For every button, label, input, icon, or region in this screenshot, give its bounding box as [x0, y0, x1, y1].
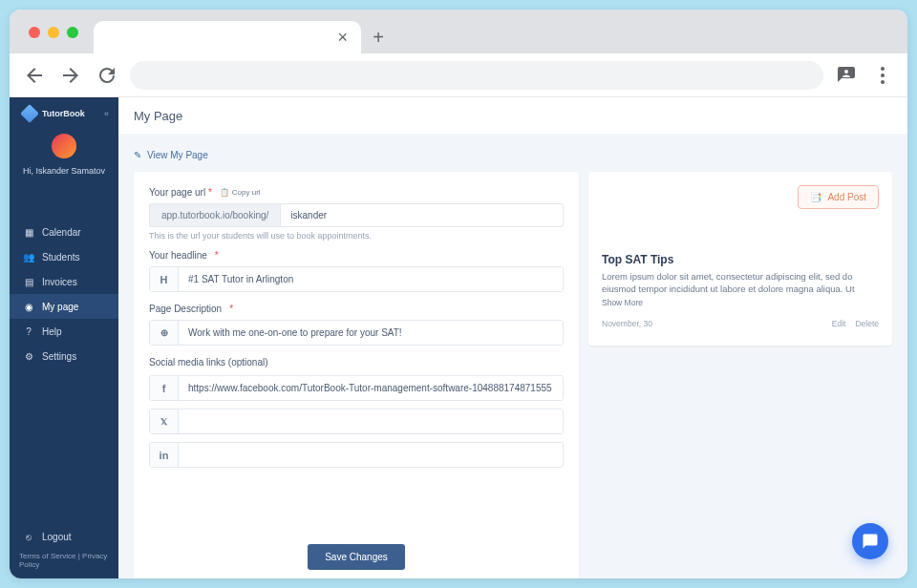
url-hint: This is the url your students will use t… [149, 231, 564, 241]
gear-icon: ⚙ [23, 350, 34, 362]
close-tab-icon[interactable]: × [337, 28, 348, 48]
page-url-input[interactable] [280, 203, 564, 227]
sidebar-item-label: My page [42, 302, 78, 312]
page-url-label: Your page url * 📋 Copy url [149, 187, 564, 198]
description-label: Page Description * [149, 304, 564, 314]
facebook-icon: f [150, 376, 179, 400]
arrow-left-icon [23, 64, 46, 87]
help-icon: ? [23, 326, 34, 337]
headline-input[interactable] [179, 267, 563, 291]
chat-widget-button[interactable] [852, 523, 888, 559]
logout-button[interactable]: ⎋ Logout [10, 521, 118, 552]
logout-label: Logout [42, 532, 72, 542]
add-post-button[interactable]: 📑 Add Post [798, 185, 879, 209]
main-content: My Page ✎ View My Page Your page url * 📋… [118, 97, 907, 578]
sidebar-item-label: Settings [42, 351, 76, 362]
delete-post-link[interactable]: Delete [855, 319, 879, 328]
sidebar-item-calendar[interactable]: ▦ Calendar [10, 220, 118, 244]
show-more-link[interactable]: Show More [602, 298, 879, 307]
sidebar-item-invoices[interactable]: ▤ Invoices [10, 269, 118, 294]
linkedin-icon: in [150, 443, 179, 467]
twitter-input[interactable] [179, 410, 563, 433]
heading-icon: H [150, 267, 179, 291]
page-settings-panel: Your page url * 📋 Copy url app.tutorbook… [134, 172, 579, 578]
sidebar-item-label: Help [42, 326, 62, 337]
url-prefix: app.tutorbook.io/booking/ [149, 203, 280, 227]
svg-point-1 [881, 74, 885, 77]
social-links-label: Social media links (optional) [149, 357, 564, 368]
window-controls [21, 27, 86, 53]
copy-icon: 📋 [220, 188, 229, 197]
svg-point-2 [881, 80, 885, 84]
edit-post-link[interactable]: Edit [832, 319, 846, 328]
address-bar[interactable] [130, 61, 823, 90]
reload-button[interactable] [94, 62, 120, 89]
brand-logo-icon [20, 104, 39, 123]
post-body: Lorem ipsum dolor sit amet, consectetur … [602, 270, 879, 296]
post-title: Top SAT Tips [602, 253, 879, 266]
new-tab-button[interactable]: + [361, 21, 395, 53]
sidebar-item-label: Students [42, 252, 79, 262]
sidebar-nav: ▦ Calendar 👥 Students ▤ Invoices ◉ My pa… [10, 220, 118, 368]
reload-icon [96, 64, 118, 87]
students-icon: 👥 [23, 251, 34, 262]
kebab-icon [871, 64, 894, 87]
linkedin-input[interactable] [179, 443, 563, 467]
account-icon [835, 64, 858, 87]
avatar[interactable] [52, 134, 76, 158]
posts-panel: 📑 Add Post Top SAT Tips Lorem ipsum dolo… [588, 172, 892, 346]
arrow-right-icon [59, 64, 82, 87]
description-input[interactable] [179, 321, 563, 345]
post-date: November, 30 [602, 319, 652, 328]
calendar-icon: ▦ [23, 226, 34, 238]
greeting-text: Hi, Iskander Samatov [23, 166, 105, 176]
chat-icon [862, 533, 879, 550]
sidebar-item-students[interactable]: 👥 Students [10, 244, 118, 269]
facebook-input[interactable] [179, 376, 563, 400]
sidebar: TutorBook « Hi, Iskander Samatov ▦ Calen… [10, 97, 118, 578]
add-post-icon: 📑 [810, 192, 821, 202]
sidebar-item-label: Calendar [42, 227, 81, 238]
brand-name: TutorBook [42, 109, 85, 118]
account-button[interactable] [833, 62, 860, 89]
logout-icon: ⎋ [23, 531, 34, 542]
sidebar-item-help[interactable]: ? Help [10, 319, 118, 344]
copy-url-button[interactable]: 📋 Copy url [220, 188, 261, 197]
sidebar-item-my-page[interactable]: ◉ My page [10, 294, 118, 319]
browser-tab[interactable]: × [94, 21, 361, 53]
browser-tab-bar: × + [10, 10, 907, 53]
external-link-icon: ✎ [134, 150, 141, 160]
browser-toolbar [10, 53, 907, 97]
post-item: Top SAT Tips Lorem ipsum dolor sit amet,… [602, 209, 879, 328]
twitter-icon: 𝕏 [150, 410, 179, 433]
minimize-window-button[interactable] [48, 27, 59, 38]
save-changes-button[interactable]: Save Changes [308, 544, 405, 570]
close-window-button[interactable] [29, 27, 40, 38]
footer-links: Terms of Service | Privacy Policy [10, 552, 118, 578]
view-my-page-link[interactable]: ✎ View My Page [134, 150, 208, 160]
menu-button[interactable] [869, 62, 896, 89]
sidebar-item-settings[interactable]: ⚙ Settings [10, 344, 118, 368]
sidebar-item-label: Invoices [42, 277, 77, 287]
maximize-window-button[interactable] [67, 27, 78, 38]
back-button[interactable] [21, 62, 48, 89]
brand-row: TutorBook « [10, 97, 118, 128]
view-link-label: View My Page [147, 150, 208, 160]
page-title: My Page [118, 97, 907, 134]
terms-link[interactable]: Terms of Service [19, 552, 76, 560]
globe-field-icon: ⊕ [150, 321, 179, 345]
forward-button[interactable] [57, 62, 84, 89]
sidebar-collapse-button[interactable]: « [104, 109, 109, 118]
invoices-icon: ▤ [23, 276, 34, 287]
globe-icon: ◉ [23, 301, 34, 312]
svg-point-0 [881, 67, 885, 71]
headline-label: Your headline * [149, 250, 564, 261]
